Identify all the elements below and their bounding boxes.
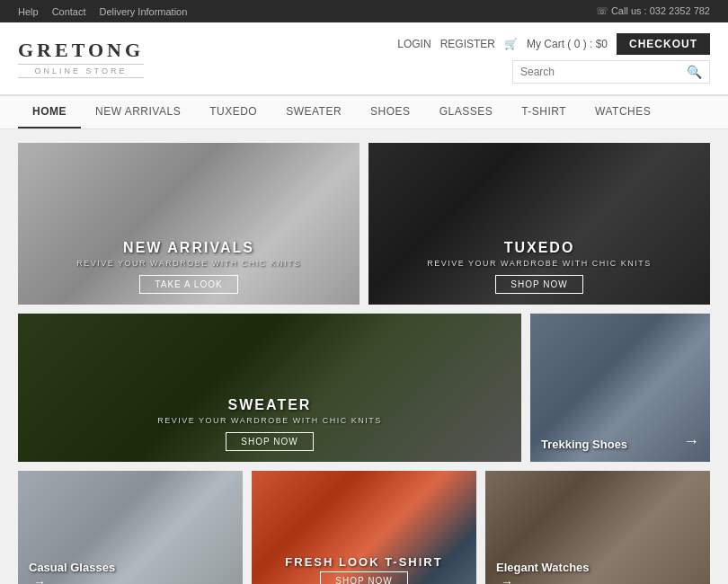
nav-item-tshirt[interactable]: T-SHIRT xyxy=(507,96,581,128)
logo-name: GRETONG xyxy=(18,39,144,62)
header-actions: LOGIN REGISTER 🛒 My Cart ( 0 ) : $0 CHEC… xyxy=(397,33,710,55)
banner-row-1: NEW ARRIVALS REVIVE YOUR WARDROBE WITH C… xyxy=(18,143,710,305)
contact-link[interactable]: Contact xyxy=(52,6,86,17)
nav: HOME NEW ARRIVALS TUXEDO SWEATER SHOES G… xyxy=(0,95,728,129)
top-bar-links: Help Contact Delivery Information xyxy=(18,6,187,17)
nav-item-tuxedo[interactable]: TUXEDO xyxy=(195,96,271,128)
nav-item-watches[interactable]: WATCHES xyxy=(581,96,665,128)
banner-row-3: Casual Glasses → FRESH LOOK T-SHIRT SHOP… xyxy=(18,471,710,584)
login-link[interactable]: LOGIN xyxy=(397,38,431,50)
nav-item-shoes[interactable]: SHOES xyxy=(356,96,425,128)
banner-tshirt-btn[interactable]: SHOP NOW xyxy=(320,571,407,584)
nav-item-home[interactable]: HOME xyxy=(18,96,81,128)
banner-trekking-shoes[interactable]: Trekking Shoes → xyxy=(530,314,710,462)
main-content: NEW ARRIVALS REVIVE YOUR WARDROBE WITH C… xyxy=(0,129,728,584)
header-right: LOGIN REGISTER 🛒 My Cart ( 0 ) : $0 CHEC… xyxy=(397,33,710,84)
phone-icon: ☏ xyxy=(596,5,608,16)
search-input[interactable] xyxy=(520,66,687,78)
banner-tuxedo-title: TUXEDO xyxy=(379,240,699,256)
logo-sub: ONLINE STORE xyxy=(18,64,144,78)
banner-tshirt-overlay: FRESH LOOK T-SHIRT SHOP NOW xyxy=(252,544,476,584)
register-link[interactable]: REGISTER xyxy=(440,38,495,50)
phone-number: Call us : 032 2352 782 xyxy=(611,5,710,16)
header: GRETONG ONLINE STORE LOGIN REGISTER 🛒 My… xyxy=(0,22,728,95)
banner-new-arrivals-btn[interactable]: TAKE A LOOK xyxy=(139,275,237,294)
arrow-icon-watches: → xyxy=(501,575,513,584)
banner-glasses-label: Casual Glasses xyxy=(29,561,232,574)
banner-sweater-overlay: SWEATER REVIVE YOUR WARDROBE WITH CHIC K… xyxy=(18,386,521,462)
arrow-icon-glasses: → xyxy=(33,575,46,584)
banner-row-2: SWEATER REVIVE YOUR WARDROBE WITH CHIC K… xyxy=(18,314,710,462)
banner-watches-overlay: Elegant Watches → xyxy=(485,550,710,584)
search-icon[interactable]: 🔍 xyxy=(687,65,702,79)
browser-window: Help Contact Delivery Information ☏ Call… xyxy=(0,0,728,584)
nav-item-glasses[interactable]: GLASSES xyxy=(425,96,508,128)
help-link[interactable]: Help xyxy=(18,6,39,17)
banner-sweater-sub: REVIVE YOUR WARDROBE WITH CHIC KNITS xyxy=(29,416,510,425)
banner-tshirt[interactable]: FRESH LOOK T-SHIRT SHOP NOW xyxy=(252,471,476,584)
banner-watches-label: Elegant Watches xyxy=(496,561,699,574)
nav-item-sweater[interactable]: SWEATER xyxy=(271,96,356,128)
banner-tuxedo[interactable]: TUXEDO REVIVE YOUR WARDROBE WITH CHIC KN… xyxy=(368,143,710,305)
banner-new-arrivals-overlay: NEW ARRIVALS REVIVE YOUR WARDROBE WITH C… xyxy=(18,229,360,305)
arrow-icon-shoes: → xyxy=(683,432,699,451)
banner-sweater-btn[interactable]: SHOP NOW xyxy=(226,432,313,451)
banner-sweater-title: SWEATER xyxy=(29,397,510,413)
banner-tuxedo-btn[interactable]: SHOP NOW xyxy=(495,275,582,294)
banner-watches[interactable]: Elegant Watches → xyxy=(485,471,710,584)
banner-glasses-overlay: Casual Glasses → xyxy=(18,550,243,584)
banner-new-arrivals-sub: REVIVE YOUR WARDROBE WITH CHIC KNITS xyxy=(29,259,349,268)
banner-tshirt-title: FRESH LOOK T-SHIRT xyxy=(262,555,466,569)
banner-glasses[interactable]: Casual Glasses → xyxy=(18,471,243,584)
checkout-button[interactable]: CHECKOUT xyxy=(617,33,710,55)
banner-shoes-label: Trekking Shoes xyxy=(541,438,699,451)
phone-info: ☏ Call us : 032 2352 782 xyxy=(596,5,710,17)
search-bar: 🔍 xyxy=(512,60,710,84)
banner-new-arrivals-title: NEW ARRIVALS xyxy=(29,240,349,256)
banner-tuxedo-sub: REVIVE YOUR WARDROBE WITH CHIC KNITS xyxy=(379,259,699,268)
cart-info[interactable]: My Cart ( 0 ) : $0 xyxy=(527,38,608,50)
banner-new-arrivals[interactable]: NEW ARRIVALS REVIVE YOUR WARDROBE WITH C… xyxy=(18,143,360,305)
logo: GRETONG ONLINE STORE xyxy=(18,39,144,78)
cart-icon: 🛒 xyxy=(504,38,518,50)
banner-sweater[interactable]: SWEATER REVIVE YOUR WARDROBE WITH CHIC K… xyxy=(18,314,521,462)
delivery-link[interactable]: Delivery Information xyxy=(100,6,188,17)
top-bar: Help Contact Delivery Information ☏ Call… xyxy=(0,0,728,22)
banner-tuxedo-overlay: TUXEDO REVIVE YOUR WARDROBE WITH CHIC KN… xyxy=(368,229,710,305)
nav-item-new-arrivals[interactable]: NEW ARRIVALS xyxy=(81,96,195,128)
